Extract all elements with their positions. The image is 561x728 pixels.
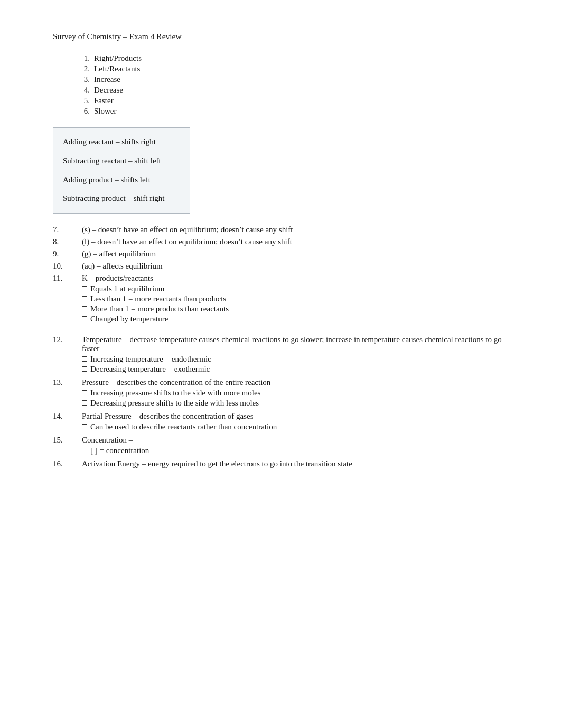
sub-item: Equals 1 at equilibrium bbox=[82, 284, 519, 293]
sub-item: Changed by temperature bbox=[82, 315, 519, 324]
sub-item: Decreasing pressure shifts to the side w… bbox=[82, 399, 519, 408]
item-num: 9. bbox=[53, 250, 82, 259]
item-content: Concentration – [ ] = concentration bbox=[82, 436, 519, 456]
highlight-item-3: Adding product – shifts left bbox=[63, 174, 180, 186]
list-item: 3. Increase bbox=[79, 75, 519, 84]
list-item: 4. Decrease bbox=[79, 86, 519, 95]
sub-item: [ ] = concentration bbox=[82, 446, 519, 455]
bullet-icon bbox=[82, 356, 87, 362]
item-text: Temperature – decrease temperature cause… bbox=[82, 335, 502, 353]
bullet-icon bbox=[82, 448, 87, 453]
sub-text: Changed by temperature bbox=[90, 315, 168, 324]
highlight-item-2: Subtracting reactant – shift left bbox=[63, 155, 180, 167]
bullet-icon bbox=[82, 424, 87, 429]
item-num: 7. bbox=[53, 225, 82, 234]
sub-text: Increasing pressure shifts to the side w… bbox=[90, 389, 260, 398]
item-num: 16. bbox=[53, 459, 82, 468]
sub-item: More than 1 = more products than reactan… bbox=[82, 305, 519, 314]
item-content: Partial Pressure – describes the concent… bbox=[82, 412, 519, 432]
list-num: 1. bbox=[79, 54, 90, 63]
item-text: Pressure – describes the concentration o… bbox=[82, 378, 270, 386]
list-num: 4. bbox=[79, 86, 90, 95]
item-text: (aq) – affects equilibrium bbox=[82, 262, 163, 270]
item-num: 15. bbox=[53, 436, 82, 456]
list-item-12: 12. Temperature – decrease temperature c… bbox=[53, 335, 519, 375]
item-content: K – products/reactants Equals 1 at equil… bbox=[82, 274, 519, 325]
bullet-icon bbox=[82, 366, 87, 372]
item-content: (aq) – affects equilibrium bbox=[82, 262, 519, 271]
bullet-icon bbox=[82, 400, 87, 406]
intro-list: 1. Right/Products 2. Left/Reactants 3. I… bbox=[79, 54, 519, 116]
page-title: Survey of Chemistry – Exam 4 Review bbox=[53, 32, 182, 42]
list-item: 6. Slower bbox=[79, 107, 519, 116]
sub-text: Decreasing temperature = exothermic bbox=[90, 365, 210, 374]
bullet-icon bbox=[82, 316, 87, 321]
list-text: Decrease bbox=[94, 86, 123, 95]
item-text: (g) – affect equilibrium bbox=[82, 250, 519, 259]
sub-list: Equals 1 at equilibrium Less than 1 = mo… bbox=[82, 284, 519, 324]
sub-text: [ ] = concentration bbox=[90, 446, 149, 455]
list-text: Left/Reactants bbox=[94, 64, 140, 73]
list-num: 6. bbox=[79, 107, 90, 116]
sub-item: Less than 1 = more reactants than produc… bbox=[82, 294, 519, 303]
highlight-item-4: Subtracting product – shift right bbox=[63, 193, 180, 205]
sub-text: Decreasing pressure shifts to the side w… bbox=[90, 399, 259, 408]
list-item-10: 10. (aq) – affects equilibrium bbox=[53, 262, 519, 271]
item-content: Activation Energy – energy required to g… bbox=[82, 459, 519, 468]
item-num: 13. bbox=[53, 378, 82, 409]
list-item-7: 7. (s) – doesn’t have an effect on equil… bbox=[53, 225, 519, 234]
bullet-icon bbox=[82, 390, 87, 395]
sub-item: Can be used to describe reactants rather… bbox=[82, 422, 519, 431]
list-text: Right/Products bbox=[94, 54, 142, 63]
sub-item: Increasing pressure shifts to the side w… bbox=[82, 389, 519, 398]
item-text: (s) – doesn’t have an effect on equilibr… bbox=[82, 225, 519, 234]
list-item-11: 11. K – products/reactants Equals 1 at e… bbox=[53, 274, 519, 325]
item-num: 14. bbox=[53, 412, 82, 432]
item-num: 11. bbox=[53, 274, 82, 325]
sub-text: Can be used to describe reactants rather… bbox=[90, 422, 277, 431]
sub-list: [ ] = concentration bbox=[82, 446, 519, 455]
list-item-9: 9. (g) – affect equilibrium bbox=[53, 250, 519, 259]
list-item: 5. Faster bbox=[79, 96, 519, 105]
list-num: 5. bbox=[79, 96, 90, 105]
list-text: Increase bbox=[94, 75, 120, 84]
sub-item: Increasing temperature = endothermic bbox=[82, 355, 519, 364]
sub-text: Increasing temperature = endothermic bbox=[90, 355, 211, 364]
list-num: 3. bbox=[79, 75, 90, 84]
highlight-item-1: Adding reactant – shifts right bbox=[63, 136, 180, 148]
list-item-14: 14. Partial Pressure – describes the con… bbox=[53, 412, 519, 432]
item-text: K – products/reactants bbox=[82, 274, 153, 282]
list-item: 2. Left/Reactants bbox=[79, 64, 519, 73]
sub-text: Equals 1 at equilibrium bbox=[90, 284, 164, 293]
list-item: 1. Right/Products bbox=[79, 54, 519, 63]
item-text: Activation Energy – energy required to g… bbox=[82, 459, 352, 468]
sub-list: Increasing pressure shifts to the side w… bbox=[82, 389, 519, 408]
main-content-list: 7. (s) – doesn’t have an effect on equil… bbox=[53, 225, 519, 468]
item-text: Partial Pressure – describes the concent… bbox=[82, 412, 253, 420]
list-num: 2. bbox=[79, 64, 90, 73]
item-text: (l) – doesn’t have an effect on equilibr… bbox=[82, 237, 519, 246]
sub-text: More than 1 = more products than reactan… bbox=[90, 305, 229, 314]
list-item-8: 8. (l) – doesn’t have an effect on equil… bbox=[53, 237, 519, 246]
bullet-icon bbox=[82, 286, 87, 291]
sub-text: Less than 1 = more reactants than produc… bbox=[90, 294, 226, 303]
highlight-box: Adding reactant – shifts right Subtracti… bbox=[53, 127, 190, 214]
list-text: Slower bbox=[94, 107, 117, 116]
list-text: Faster bbox=[94, 96, 114, 105]
item-content: Temperature – decrease temperature cause… bbox=[82, 335, 519, 375]
list-item-16: 16. Activation Energy – energy required … bbox=[53, 459, 519, 468]
list-item-15: 15. Concentration – [ ] = concentration bbox=[53, 436, 519, 456]
sub-list: Increasing temperature = endothermic Dec… bbox=[82, 355, 519, 374]
item-num: 12. bbox=[53, 335, 82, 375]
bullet-icon bbox=[82, 296, 87, 301]
list-item-13: 13. Pressure – describes the concentrati… bbox=[53, 378, 519, 409]
item-num: 8. bbox=[53, 237, 82, 246]
sub-list: Can be used to describe reactants rather… bbox=[82, 422, 519, 431]
item-text: Concentration – bbox=[82, 436, 133, 444]
bullet-icon bbox=[82, 306, 87, 311]
item-num: 10. bbox=[53, 262, 82, 271]
sub-item: Decreasing temperature = exothermic bbox=[82, 365, 519, 374]
item-content: Pressure – describes the concentration o… bbox=[82, 378, 519, 409]
